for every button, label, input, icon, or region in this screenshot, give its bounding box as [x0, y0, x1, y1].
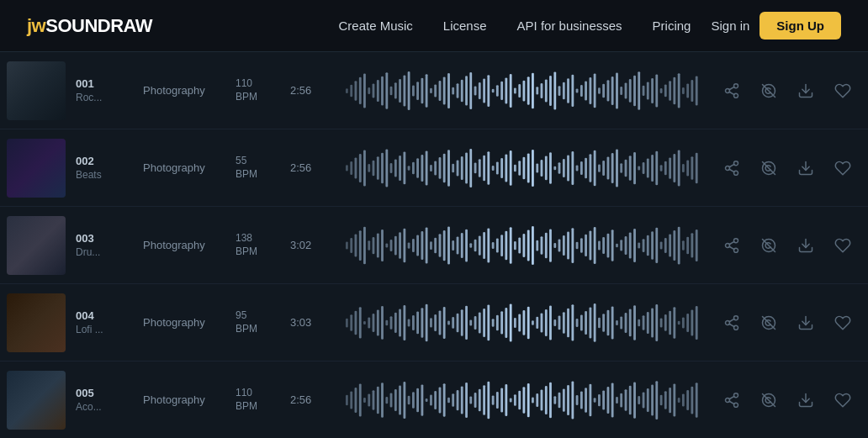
share-button[interactable] — [720, 311, 744, 335]
signup-button[interactable]: Sign Up — [760, 12, 841, 40]
track-row[interactable]: 003 Dru... Photography 138BPM 3:02 — [0, 207, 868, 284]
favorite-button[interactable] — [831, 156, 855, 180]
svg-rect-129 — [527, 153, 530, 182]
svg-rect-126 — [514, 164, 516, 172]
svg-rect-417 — [633, 382, 636, 418]
svg-rect-71 — [660, 88, 663, 93]
svg-rect-395 — [536, 393, 538, 407]
download-button[interactable] — [794, 79, 818, 103]
svg-rect-108 — [434, 161, 437, 175]
track-actions — [720, 234, 855, 257]
svg-rect-409 — [598, 393, 601, 405]
svg-rect-59 — [607, 80, 610, 101]
svg-rect-52 — [576, 88, 579, 92]
svg-rect-399 — [553, 396, 556, 404]
svg-rect-5 — [368, 87, 370, 94]
svg-rect-304 — [523, 310, 526, 335]
svg-rect-133 — [545, 156, 548, 180]
svg-rect-186 — [390, 240, 393, 251]
svg-rect-38 — [514, 87, 516, 93]
svg-rect-326 — [620, 316, 622, 329]
svg-rect-202 — [461, 233, 463, 258]
track-name: Aco... — [76, 401, 143, 413]
svg-rect-97 — [385, 149, 388, 187]
nav-item-create-music[interactable]: Create Music — [338, 18, 412, 33]
svg-rect-237 — [616, 243, 618, 246]
nav-item-pricing[interactable]: Pricing — [653, 18, 691, 33]
share-button[interactable] — [720, 79, 744, 103]
track-actions — [720, 79, 855, 103]
download-button[interactable] — [794, 388, 818, 412]
svg-rect-124 — [505, 154, 507, 182]
svg-rect-105 — [421, 154, 424, 181]
svg-rect-301 — [510, 303, 512, 341]
svg-rect-233 — [598, 240, 601, 250]
signin-button[interactable]: Sign in — [711, 18, 749, 33]
svg-rect-291 — [465, 305, 468, 339]
svg-rect-117 — [474, 162, 477, 173]
svg-rect-180 — [363, 226, 366, 264]
svg-rect-90 — [355, 157, 357, 178]
favorite-button[interactable] — [831, 311, 855, 335]
favorite-button[interactable] — [831, 234, 855, 257]
svg-rect-28 — [469, 71, 472, 108]
svg-rect-19 — [430, 87, 432, 92]
svg-rect-203 — [465, 229, 468, 261]
svg-rect-50 — [567, 78, 569, 103]
favorite-button[interactable] — [831, 388, 855, 412]
svg-rect-280 — [416, 311, 419, 334]
svg-rect-299 — [500, 311, 503, 334]
track-row[interactable]: 001 Roc... Photography 110BPM 2:56 — [0, 52, 868, 129]
svg-rect-423 — [660, 394, 663, 405]
nav-item-api-for-businesses[interactable]: API for businesses — [517, 18, 622, 33]
svg-rect-431 — [696, 383, 698, 418]
share-button[interactable] — [720, 156, 744, 180]
no-copyright-button[interactable] — [757, 234, 781, 257]
track-row[interactable]: 004 Lofi ... Photography 95BPM 3:03 — [0, 284, 868, 361]
svg-rect-156 — [647, 158, 649, 177]
svg-rect-155 — [643, 162, 645, 174]
svg-rect-293 — [474, 316, 477, 330]
download-button[interactable] — [794, 234, 818, 257]
svg-rect-317 — [580, 314, 583, 330]
track-row[interactable]: 005 Aco... Photography 110BPM 2:56 — [0, 361, 868, 438]
svg-rect-128 — [523, 156, 526, 178]
svg-rect-116 — [469, 149, 472, 187]
svg-rect-139 — [571, 151, 574, 185]
svg-rect-49 — [563, 82, 565, 99]
svg-rect-370 — [426, 398, 428, 401]
svg-rect-47 — [553, 71, 556, 109]
share-button[interactable] — [720, 234, 744, 257]
svg-rect-140 — [576, 165, 579, 171]
favorite-button[interactable] — [831, 79, 855, 103]
svg-rect-146 — [602, 160, 605, 175]
svg-rect-316 — [576, 318, 579, 326]
svg-rect-334 — [655, 304, 658, 341]
svg-line-171 — [729, 169, 734, 172]
no-copyright-button[interactable] — [757, 311, 781, 335]
svg-rect-64 — [629, 79, 632, 103]
svg-rect-422 — [655, 381, 658, 420]
track-row[interactable]: 002 Beats Photography 55BPM 2:56 — [0, 129, 868, 207]
no-copyright-button[interactable] — [757, 388, 781, 412]
svg-rect-254 — [691, 233, 693, 257]
svg-rect-7 — [377, 80, 379, 102]
logo: jwSOUNDRAW — [27, 15, 152, 37]
download-button[interactable] — [794, 156, 818, 180]
svg-rect-274 — [390, 316, 393, 330]
svg-rect-152 — [629, 156, 632, 180]
no-copyright-button[interactable] — [757, 156, 781, 180]
nav-item-license[interactable]: License — [443, 18, 487, 33]
waveform — [346, 224, 700, 266]
share-button[interactable] — [720, 388, 744, 412]
svg-rect-371 — [430, 394, 432, 405]
svg-rect-290 — [461, 309, 463, 336]
svg-rect-353 — [350, 391, 352, 409]
svg-rect-135 — [553, 166, 556, 170]
download-button[interactable] — [794, 311, 818, 335]
no-copyright-button[interactable] — [757, 79, 781, 103]
svg-rect-296 — [487, 304, 490, 340]
svg-rect-397 — [545, 386, 548, 414]
svg-rect-217 — [527, 230, 530, 261]
track-actions — [720, 388, 855, 412]
